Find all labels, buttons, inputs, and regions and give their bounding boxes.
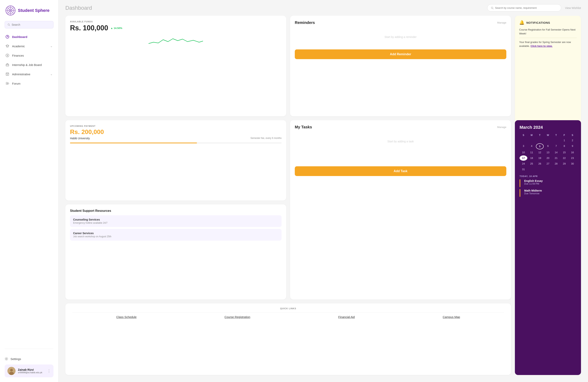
calendar-day[interactable]: 9 — [568, 143, 576, 149]
calendar-today-label: TODAY, 18 APR — [520, 175, 576, 177]
calendar-day[interactable]: 22 — [560, 155, 568, 161]
notification-item-0: Course Registration for Fall Semester Op… — [519, 28, 577, 35]
logo-text: Student Sphere — [18, 8, 50, 13]
calendar-day[interactable]: 14 — [552, 150, 560, 155]
finances-icon: $ — [5, 53, 9, 57]
event-sub-1: Due Tomorrow — [524, 192, 542, 195]
calendar-day[interactable]: 12 — [536, 150, 544, 155]
funds-card: AVAILABLE FUNDS Rs. 100,000 ▲ 14.50% — [65, 16, 286, 116]
sidebar-item-administrative[interactable]: Administrative ⌄ — [2, 70, 56, 79]
sidebar-item-forum[interactable]: Forum — [2, 79, 56, 88]
event-bar-1 — [520, 189, 520, 197]
settings-item[interactable]: Settings — [5, 355, 53, 362]
calendar-day[interactable]: 8 — [560, 143, 568, 149]
sidebar-nav: Dashboard Academic ⌄ $ Finances — [0, 32, 58, 346]
svg-text:$: $ — [7, 54, 8, 57]
event-bar-0 — [520, 179, 520, 187]
forum-icon — [5, 82, 9, 85]
calendar-day[interactable]: 23 — [568, 155, 576, 161]
calendar-day[interactable]: 19 — [536, 155, 544, 161]
calendar-day[interactable]: 17 — [520, 155, 527, 161]
calendar-event-row: English Essay Due 11:59 PM — [520, 179, 576, 187]
sidebar-item-administrative-label: Administrative — [12, 73, 30, 76]
support-item-1[interactable]: Career Services Job search workshop on A… — [70, 229, 282, 241]
sidebar-search-input[interactable] — [12, 23, 51, 26]
calendar-day[interactable]: 21 — [552, 155, 560, 161]
settings-icon — [5, 357, 8, 361]
sidebar-item-academic-label: Academic — [12, 44, 25, 48]
quicklinks-card: QUICK LINKS Class Schedule Course Regist… — [65, 303, 511, 375]
calendar-day[interactable]: 20 — [544, 155, 552, 161]
calendar-day-label: W — [544, 133, 552, 137]
view-wishlist-link[interactable]: View Wishlist — [565, 6, 581, 10]
sidebar-item-forum-label: Forum — [12, 82, 21, 85]
topbar-search-container[interactable] — [487, 4, 561, 11]
reminders-card: Reminders Manage Start by adding a remin… — [290, 16, 511, 116]
calendar-day[interactable]: 26 — [536, 161, 544, 166]
sidebar-search-container[interactable] — [5, 21, 53, 28]
calendar-day[interactable]: 13 — [544, 150, 552, 155]
notification-item-1: Your final grades for Spring Semester ar… — [519, 40, 577, 48]
support-card: Student Support Resources Counseling Ser… — [65, 204, 286, 300]
reminders-manage[interactable]: Manage — [497, 21, 506, 24]
sidebar-item-internship[interactable]: Internship & Job Board — [2, 60, 56, 69]
calendar-day[interactable]: 18 — [528, 155, 536, 161]
calendar-day[interactable]: 1 — [560, 138, 568, 143]
tasks-manage[interactable]: Manage — [497, 126, 506, 128]
quicklink-3[interactable]: Campus Map — [443, 315, 460, 318]
academic-icon — [5, 44, 9, 48]
calendar-day[interactable]: 31 — [520, 167, 527, 172]
calendar-day[interactable]: 28 — [552, 161, 560, 166]
calendar-day[interactable]: 3 — [520, 143, 527, 149]
tasks-empty: Start by adding a task — [295, 132, 506, 151]
calendar-day[interactable]: 30 — [568, 161, 576, 166]
svg-point-24 — [9, 372, 14, 375]
funds-chart — [70, 35, 282, 46]
calendar-day-label: S — [568, 133, 576, 137]
quicklink-0[interactable]: Class Schedule — [116, 315, 136, 318]
topbar-search-input[interactable] — [495, 6, 557, 9]
sidebar-item-academic[interactable]: Academic ⌄ — [2, 42, 56, 51]
calendar-day[interactable]: 7 — [552, 143, 560, 149]
calendar-day[interactable]: 10 — [520, 150, 527, 155]
main-content: Dashboard View Wishlist AVAILABLE FUNDS … — [58, 0, 588, 382]
calendar-day[interactable]: 11 — [528, 150, 536, 155]
funds-amount-value: Rs. 100,000 — [70, 24, 108, 32]
calendar-day[interactable]: 25 — [528, 161, 536, 166]
calendar-day[interactable]: 4 — [528, 143, 536, 149]
calendar-day[interactable]: 16 — [568, 150, 576, 155]
calendar-day[interactable]: 24 — [520, 161, 527, 166]
user-menu-icon[interactable]: ⋮ — [47, 369, 51, 373]
quicklink-2[interactable]: Financial Aid — [338, 315, 355, 318]
calendar-day[interactable]: 6 — [544, 143, 552, 149]
payment-amount: Rs. 200,000 — [70, 128, 282, 136]
sidebar-item-finances[interactable]: $ Finances — [2, 51, 56, 60]
calendar-day[interactable]: 5 — [536, 143, 544, 149]
support-item-0-title: Counseling Services — [73, 218, 278, 221]
calendar-day[interactable]: 29 — [560, 161, 568, 166]
user-email: sr06898@st.habib.edu.pk — [18, 371, 45, 374]
administrative-icon — [5, 72, 9, 76]
calendar-day[interactable]: 2 — [568, 138, 576, 143]
notification-link[interactable]: Click here to view. — [531, 44, 553, 47]
reminders-header: Reminders Manage — [295, 21, 506, 25]
user-profile[interactable]: Zainab Rizvi sr06898@st.habib.edu.pk ⋮ — [5, 364, 53, 377]
payment-progress-track — [70, 143, 282, 143]
page-title: Dashboard — [65, 5, 483, 11]
sidebar-item-dashboard[interactable]: Dashboard — [2, 32, 56, 41]
content-grid: AVAILABLE FUNDS Rs. 100,000 ▲ 14.50% Rem… — [58, 16, 588, 382]
svg-rect-13 — [6, 64, 9, 66]
add-reminder-button[interactable]: Add Reminder — [295, 49, 506, 59]
calendar-day[interactable]: 15 — [560, 150, 568, 155]
calendar-day-label: F — [560, 133, 568, 137]
calendar-day-label: T — [552, 133, 560, 137]
calendar-day[interactable]: 27 — [544, 161, 552, 166]
funds-label: AVAILABLE FUNDS — [70, 21, 282, 23]
administrative-arrow-icon: ⌄ — [50, 72, 53, 76]
svg-point-20 — [8, 83, 9, 84]
quicklink-1[interactable]: Course Registration — [225, 315, 251, 318]
payment-progress-bar — [70, 143, 197, 143]
add-task-button[interactable]: Add Task — [295, 166, 506, 176]
support-item-0[interactable]: Counseling Services Emergency hotline av… — [70, 215, 282, 227]
payment-description: Semester fee, every 6 months — [251, 137, 282, 139]
